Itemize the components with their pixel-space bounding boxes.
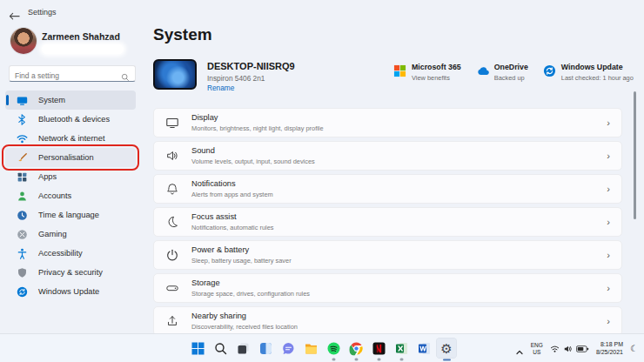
search-taskbar-icon[interactable] <box>211 339 231 359</box>
row-title: Sound <box>191 146 607 155</box>
sidebar-item-gaming[interactable]: Gaming <box>5 225 136 244</box>
row-subtitle: Alerts from apps and system <box>191 191 607 198</box>
windows-update-icon <box>17 286 28 298</box>
battery-icon <box>576 345 589 353</box>
chevron-right-icon: › <box>607 184 610 194</box>
focus-assist-icon <box>165 215 179 229</box>
speaker-icon <box>563 345 573 353</box>
sidebar-item-label: Personalisation <box>38 153 94 162</box>
settings-row-power-battery[interactable]: Power & batterySleep, battery usage, bat… <box>153 240 622 270</box>
display-icon <box>165 116 179 130</box>
settings-row-display[interactable]: DisplayMonitors, brightness, night light… <box>153 108 622 137</box>
focus-assist-moon-icon[interactable]: ☾ <box>630 344 638 353</box>
settings-row-focus-assist[interactable]: Focus assistNotifications, automatic rul… <box>153 207 622 237</box>
row-title: Focus assist <box>191 212 607 221</box>
sidebar-item-time-language[interactable]: Time & language <box>5 205 136 225</box>
sidebar-item-label: Accounts <box>38 191 71 200</box>
spotify-taskbar-icon[interactable] <box>324 339 344 359</box>
row-title: Power & battery <box>191 245 607 254</box>
notifications-icon <box>165 182 179 196</box>
microsoft-365-icon <box>393 64 406 77</box>
search-icon <box>121 70 130 78</box>
accessibility-icon <box>17 248 28 259</box>
word-taskbar-icon[interactable] <box>414 339 434 359</box>
start-taskbar-icon[interactable] <box>188 339 208 359</box>
wifi-icon <box>550 345 560 353</box>
sidebar-item-windows-update[interactable]: Windows Update <box>5 282 136 301</box>
sidebar-item-label: Bluetooth & devices <box>38 115 110 124</box>
sidebar-item-label: Network & internet <box>38 134 104 143</box>
privacy-icon <box>17 267 28 278</box>
netflix-taskbar-icon[interactable] <box>369 339 389 359</box>
sidebar-item-network[interactable]: Network & internet <box>5 129 136 148</box>
sidebar-item-bluetooth[interactable]: Bluetooth & devices <box>5 110 136 129</box>
sidebar: Zarmeen Shahzad SystemBluetooth & device… <box>0 24 144 333</box>
sidebar-nav: SystemBluetooth & devicesNetwork & inter… <box>5 90 136 301</box>
clock[interactable]: 8:18 PM8/25/2021 <box>596 341 623 356</box>
chat-taskbar-icon[interactable] <box>278 339 299 359</box>
task-view-taskbar-icon[interactable] <box>233 339 253 359</box>
taskbar-icons: ⚙ <box>188 339 457 359</box>
system-icon <box>17 95 28 106</box>
sidebar-item-label: Time & language <box>38 211 99 219</box>
taskbar: ⚙ ENGUS 8:18 PM8/25/2021 ☾ <box>0 333 644 362</box>
status-subtitle: Last checked: 1 hour ago <box>561 74 634 82</box>
back-button[interactable] <box>9 8 20 17</box>
file-explorer-taskbar-icon[interactable] <box>301 339 321 359</box>
language-indicator[interactable]: ENGUS <box>531 342 543 355</box>
tray-status-icons[interactable] <box>550 345 589 353</box>
sidebar-item-apps[interactable]: Apps <box>5 167 136 186</box>
status-title: Microsoft 365 <box>412 63 461 71</box>
titlebar: Settings <box>0 0 644 24</box>
settings-row-nearby-sharing[interactable]: Nearby sharingDiscoverability, received … <box>153 306 622 336</box>
sound-icon <box>165 149 179 163</box>
settings-row-sound[interactable]: SoundVolume levels, output, input, sound… <box>153 141 622 171</box>
status-title: OneDrive <box>494 63 528 71</box>
redacted-email <box>42 44 124 54</box>
row-subtitle: Storage space, drives, configuration rul… <box>191 290 607 298</box>
sidebar-item-accessibility[interactable]: Accessibility <box>5 244 136 263</box>
status-card-microsoft-365[interactable]: Microsoft 365View benefits <box>393 63 461 82</box>
settings-taskbar-icon[interactable]: ⚙ <box>437 339 457 359</box>
avatar[interactable] <box>10 28 37 54</box>
sidebar-item-accounts[interactable]: Accounts <box>5 186 136 205</box>
time-language-icon <box>17 210 28 221</box>
excel-taskbar-icon[interactable] <box>392 339 412 359</box>
onedrive-icon <box>476 64 489 77</box>
sidebar-item-privacy[interactable]: Privacy & security <box>5 263 136 282</box>
window-title: Settings <box>28 8 57 17</box>
status-card-update-status[interactable]: Windows UpdateLast checked: 1 hour ago <box>543 63 634 82</box>
row-title: Storage <box>191 278 607 287</box>
settings-row-storage[interactable]: StorageStorage space, drives, configurat… <box>153 273 622 303</box>
status-card-onedrive[interactable]: OneDriveBacked up <box>476 63 528 82</box>
row-title: Nearby sharing <box>191 312 607 320</box>
accounts-icon <box>17 191 28 202</box>
widgets-taskbar-icon[interactable] <box>256 339 276 359</box>
apps-icon <box>17 171 28 183</box>
rename-link[interactable]: Rename <box>207 84 234 92</box>
settings-row-notifications[interactable]: NotificationsAlerts from apps and system… <box>153 174 622 204</box>
row-title: Display <box>191 113 607 122</box>
chrome-taskbar-icon[interactable] <box>346 339 366 359</box>
sidebar-item-label: Apps <box>38 172 57 181</box>
tray-chevron-up-icon[interactable] <box>515 345 524 353</box>
bluetooth-icon <box>17 114 28 125</box>
chevron-right-icon: › <box>607 151 610 161</box>
device-thumbnail <box>153 59 197 90</box>
profile-name[interactable]: Zarmeen Shahzad <box>42 31 120 42</box>
status-title: Windows Update <box>561 63 634 71</box>
scrollbar[interactable] <box>634 91 636 219</box>
sidebar-item-label: Accessibility <box>38 249 83 258</box>
search-box[interactable] <box>9 65 136 82</box>
device-name: DESKTOP-NIISRQ9 <box>207 61 295 71</box>
chevron-right-icon: › <box>607 251 610 260</box>
row-subtitle: Volume levels, output, input, sound devi… <box>191 158 607 165</box>
settings-list: DisplayMonitors, brightness, night light… <box>153 108 622 336</box>
sidebar-item-system[interactable]: System <box>5 90 136 110</box>
main-content: System DESKTOP-NIISRQ9 Inspiron 5406 2n1… <box>144 24 644 333</box>
sidebar-item-personalisation[interactable]: Personalisation <box>5 148 136 167</box>
status-subtitle: Backed up <box>494 74 528 82</box>
device-model: Inspiron 5406 2n1 <box>207 74 265 83</box>
power-battery-icon <box>165 248 179 262</box>
search-input[interactable] <box>10 69 114 84</box>
